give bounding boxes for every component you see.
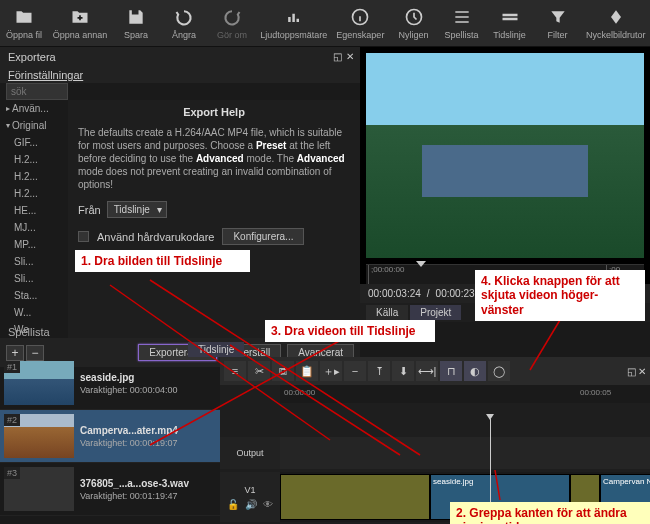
list-icon <box>451 6 473 28</box>
preset-item[interactable]: Original <box>0 117 68 134</box>
preset-list[interactable]: Använ... Original GIF... H.2... H.2... H… <box>0 100 68 338</box>
export-help-title: Export Help <box>78 106 350 118</box>
preset-item[interactable]: H.2... <box>0 185 68 202</box>
append-button[interactable]: ＋▸ <box>320 361 342 381</box>
cut-button[interactable]: ✂ <box>248 361 270 381</box>
redo-icon <box>221 6 243 28</box>
current-time[interactable]: 00:00:03:24 <box>368 288 421 299</box>
overwrite-button[interactable]: ⬇ <box>392 361 414 381</box>
from-label: Från <box>78 204 101 216</box>
presets-label: Förinställningar <box>8 69 83 81</box>
preview-video[interactable] <box>366 53 644 258</box>
undo-button[interactable]: Ångra <box>160 4 208 42</box>
playlist-clips: #1 seaside.jpgVaraktighet: 00:00:04:00 #… <box>0 357 220 524</box>
preset-search-input[interactable] <box>6 83 68 100</box>
hw-encoder-checkbox[interactable] <box>78 231 89 242</box>
paste-button[interactable]: 📋 <box>296 361 318 381</box>
info-icon <box>349 6 371 28</box>
output-track-header[interactable]: Output <box>220 437 280 469</box>
redo-button[interactable]: Gör om <box>208 4 256 42</box>
annotation-3: 3. Dra videon till Tidslinje <box>265 320 435 342</box>
export-panel-header: Exportera ◱✕ <box>0 47 360 67</box>
copy-button[interactable]: ⧉ <box>272 361 294 381</box>
snap-button[interactable]: ⊓ <box>440 361 462 381</box>
recent-button[interactable]: Nyligen <box>390 4 438 42</box>
preset-item[interactable]: Använ... <box>0 100 68 117</box>
playlist-clip[interactable]: #1 seaside.jpgVaraktighet: 00:00:04:00 <box>0 357 220 410</box>
main-toolbar: Öppna fil Öppna annan Spara Ångra Gör om… <box>0 0 650 47</box>
timeline-panel: ≡ ✂ ⧉ 📋 ＋▸ − ⤒ ⬇ ⟷| ⊓ ◐ ◯ ◱ ✕ 00:00:00 0… <box>220 357 650 524</box>
tab-source[interactable]: Källa <box>366 305 408 320</box>
export-help-text: The defaults create a H.264/AAC MP4 file… <box>78 126 350 191</box>
timeline-button[interactable]: Tidslinje <box>486 4 534 42</box>
ripple-button[interactable]: ◯ <box>488 361 510 381</box>
preset-item[interactable]: MJ... <box>0 219 68 236</box>
close-icon[interactable]: ✕ <box>638 366 646 377</box>
save-icon <box>125 6 147 28</box>
output-track[interactable] <box>280 437 650 469</box>
preset-item[interactable]: MP... <box>0 236 68 253</box>
properties-button[interactable]: Egenskaper <box>331 4 389 42</box>
keyframes-button[interactable]: Nyckelbildrutor <box>582 4 650 42</box>
lift-button[interactable]: ⤒ <box>368 361 390 381</box>
close-icon[interactable]: ✕ <box>346 51 354 62</box>
open-other-button[interactable]: Öppna annan <box>48 4 112 42</box>
remove-button[interactable]: − <box>344 361 366 381</box>
preset-item[interactable]: W... <box>0 304 68 321</box>
filter-icon <box>547 6 569 28</box>
scrub-button[interactable]: ◐ <box>464 361 486 381</box>
preset-item[interactable]: Sli... <box>0 253 68 270</box>
configure-button[interactable]: Konfigurera... <box>222 228 304 245</box>
folder-plus-icon <box>69 6 91 28</box>
undo-icon <box>173 6 195 28</box>
open-file-button[interactable]: Öppna fil <box>0 4 48 42</box>
annotation-2: 2. Greppa kanten för att ändra visningst… <box>450 502 650 524</box>
popout-icon[interactable]: ◱ <box>627 366 636 377</box>
peak-meter-button[interactable]: Ljudtoppsmätare <box>256 4 331 42</box>
timeline-icon <box>499 6 521 28</box>
preset-item[interactable]: HE... <box>0 202 68 219</box>
annotation-1: 1. Dra bilden till Tidslinje <box>75 250 250 272</box>
save-button[interactable]: Spara <box>112 4 160 42</box>
mute-icon[interactable]: 🔊 <box>245 499 257 510</box>
playlist-button[interactable]: Spellista <box>438 4 486 42</box>
filter-button[interactable]: Filter <box>534 4 582 42</box>
playlist-clip[interactable]: #2 Camperva...ater.mp4Varaktighet: 00:00… <box>0 410 220 463</box>
menu-button[interactable]: ≡ <box>224 361 246 381</box>
preset-item[interactable]: Sli... <box>0 270 68 287</box>
preset-item[interactable]: H.2... <box>0 168 68 185</box>
from-dropdown[interactable]: Tidslinje <box>107 201 167 218</box>
folder-icon <box>13 6 35 28</box>
tab-project[interactable]: Projekt <box>410 305 461 320</box>
annotation-4: 4. Klicka knappen för att skjuta videon … <box>475 270 645 321</box>
lock-icon[interactable]: 🔓 <box>227 499 239 510</box>
hw-encoder-label: Använd hårdvarukodare <box>97 231 214 243</box>
v1-track-header[interactable]: V1 🔓 🔊 👁 <box>220 472 280 522</box>
preset-item[interactable]: H.2... <box>0 151 68 168</box>
timeline-tab[interactable]: Tidslinje <box>188 342 244 357</box>
split-button[interactable]: ⟷| <box>416 361 438 381</box>
clock-icon <box>403 6 425 28</box>
preview-playhead-icon[interactable] <box>416 261 426 267</box>
playlist-clip[interactable]: #3 376805_...a...ose-3.wavVaraktighet: 0… <box>0 463 220 516</box>
meters-icon <box>283 6 305 28</box>
preset-item[interactable]: Sta... <box>0 287 68 304</box>
keyframes-icon <box>605 6 627 28</box>
preset-item[interactable]: GIF... <box>0 134 68 151</box>
timeline-ruler[interactable]: 00:00:00 00:00:05 <box>280 385 650 403</box>
popout-icon[interactable]: ◱ <box>333 51 342 62</box>
hide-icon[interactable]: 👁 <box>263 499 273 510</box>
timeline-clip[interactable] <box>280 474 430 520</box>
export-title: Exportera <box>8 51 56 63</box>
